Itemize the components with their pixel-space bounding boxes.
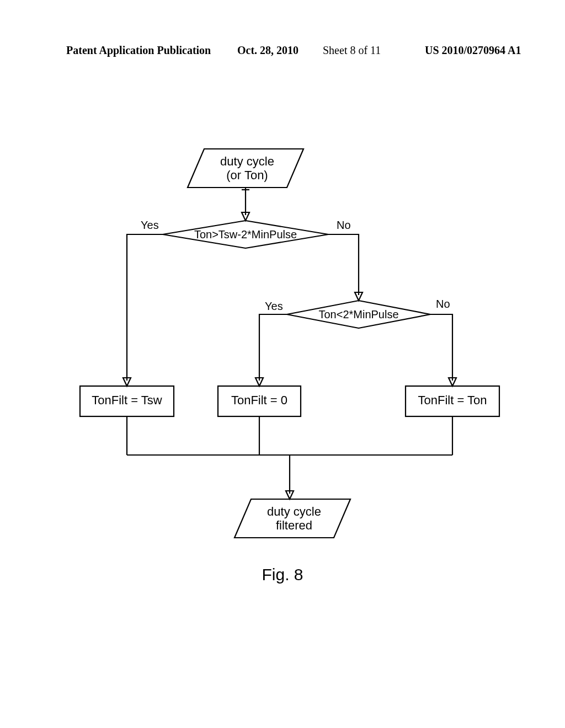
flow-node-decision-2-text: Ton<2*MinPulse — [318, 308, 398, 320]
flow-edge-d1-no: No — [328, 219, 363, 301]
flow-edge-d1-yes: Yes — [123, 219, 163, 386]
publication-date: Oct. 28, 2010 — [237, 44, 299, 57]
flow-node-input: duty cycle (or Ton) — [188, 149, 303, 188]
flowchart: duty cycle (or Ton) Ton>Tsw-2*MinPulse Y… — [77, 149, 508, 579]
edge-label-no-2: No — [436, 298, 450, 310]
flow-node-p2: TonFilt = 0 — [218, 386, 301, 416]
flow-edge-merge — [127, 416, 452, 499]
edge-label-no-1: No — [337, 219, 351, 231]
figure-caption: Fig. 8 — [0, 565, 565, 584]
flow-node-input-text-2: (or Ton) — [226, 168, 268, 182]
edge-label-yes-2: Yes — [265, 300, 283, 312]
edge-label-yes-1: Yes — [141, 219, 159, 231]
flow-node-decision-1-text: Ton>Tsw-2*MinPulse — [194, 228, 297, 240]
flow-edge-d2-yes: Yes — [255, 300, 287, 386]
flow-node-p2-text: TonFilt = 0 — [231, 393, 287, 407]
flow-node-decision-1: Ton>Tsw-2*MinPulse — [163, 221, 328, 248]
flow-node-decision-2: Ton<2*MinPulse — [287, 301, 430, 328]
publication-label: Patent Application Publication — [66, 44, 211, 57]
flow-node-input-text-1: duty cycle — [220, 154, 274, 168]
publication-number: US 2010/0270964 A1 — [425, 44, 521, 57]
flow-node-p3: TonFilt = Ton — [406, 386, 499, 416]
sheet-number: Sheet 8 of 11 — [323, 44, 381, 57]
flow-node-output-text-1: duty cycle — [267, 505, 321, 518]
flow-node-p3-text: TonFilt = Ton — [418, 393, 487, 407]
flow-node-output-text-2: filtered — [276, 518, 312, 532]
flow-node-p1: TonFilt = Tsw — [80, 386, 174, 416]
flow-node-p1-text: TonFilt = Tsw — [92, 393, 162, 407]
flow-edge-d2-no: No — [430, 298, 456, 386]
flow-node-output: duty cycle filtered — [234, 499, 350, 538]
flow-edge-in-d1 — [242, 188, 249, 221]
